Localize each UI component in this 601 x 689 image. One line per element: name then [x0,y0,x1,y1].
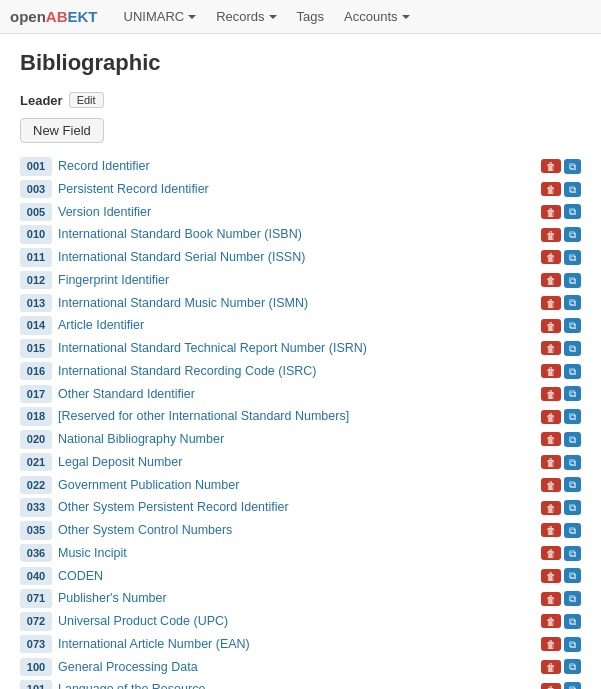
delete-field-button[interactable] [541,205,561,219]
delete-field-button[interactable] [541,683,561,689]
copy-field-button[interactable] [564,295,581,310]
delete-field-button[interactable] [541,592,561,606]
copy-field-button[interactable] [564,568,581,583]
field-name[interactable]: Language of the Resource [58,680,537,689]
copy-field-button[interactable] [564,614,581,629]
delete-field-button[interactable] [541,341,561,355]
copy-icon [569,524,576,536]
nav-records[interactable]: Records [206,0,286,34]
copy-field-button[interactable] [564,409,581,424]
delete-field-button[interactable] [541,478,561,492]
delete-field-button[interactable] [541,364,561,378]
field-name[interactable]: Universal Product Code (UPC) [58,612,537,631]
field-name[interactable]: Other System Persistent Record Identifie… [58,498,537,517]
delete-field-button[interactable] [541,182,561,196]
delete-field-button[interactable] [541,387,561,401]
copy-field-button[interactable] [564,455,581,470]
copy-field-button[interactable] [564,386,581,401]
delete-field-button[interactable] [541,410,561,424]
delete-field-button[interactable] [541,273,561,287]
copy-field-button[interactable] [564,364,581,379]
copy-field-button[interactable] [564,500,581,515]
copy-icon [569,410,576,422]
field-list: 001Record Identifier003Persistent Record… [20,155,581,689]
field-name[interactable]: International Standard Technical Report … [58,339,537,358]
delete-field-button[interactable] [541,228,561,242]
copy-icon [569,342,576,354]
delete-field-button[interactable] [541,159,561,173]
delete-field-button[interactable] [541,614,561,628]
field-name[interactable]: Government Publication Number [58,476,537,495]
delete-field-button[interactable] [541,455,561,469]
copy-field-button[interactable] [564,204,581,219]
field-name[interactable]: General Processing Data [58,658,537,677]
chevron-down-icon [188,15,196,19]
delete-field-button[interactable] [541,569,561,583]
nav-accounts[interactable]: Accounts [334,0,419,34]
field-name[interactable]: Version Identifier [58,203,537,222]
delete-field-button[interactable] [541,660,561,674]
copy-field-button[interactable] [564,250,581,265]
copy-field-button[interactable] [564,182,581,197]
new-field-button[interactable]: New Field [20,118,104,143]
delete-field-button[interactable] [541,296,561,310]
field-item: 017Other Standard Identifier [20,383,581,406]
copy-field-button[interactable] [564,637,581,652]
copy-field-button[interactable] [564,227,581,242]
field-name[interactable]: Music Incipit [58,544,537,563]
field-name[interactable]: Article Identifier [58,316,537,335]
field-name[interactable]: Persistent Record Identifier [58,180,537,199]
copy-field-button[interactable] [564,273,581,288]
field-name[interactable]: [Reserved for other International Standa… [58,407,537,426]
field-name[interactable]: Other Standard Identifier [58,385,537,404]
field-name[interactable]: International Article Number (EAN) [58,635,537,654]
field-item: 010International Standard Book Number (I… [20,223,581,246]
copy-field-button[interactable] [564,591,581,606]
navbar: openABEKT UNIMARC Records Tags Accounts [0,0,601,34]
field-name[interactable]: International Standard Recording Code (I… [58,362,537,381]
copy-icon [569,433,576,445]
field-tag: 010 [20,225,52,244]
field-name[interactable]: Publisher's Number [58,589,537,608]
delete-field-button[interactable] [541,523,561,537]
copy-field-button[interactable] [564,159,581,174]
field-item: 001Record Identifier [20,155,581,178]
field-name[interactable]: International Standard Serial Number (IS… [58,248,537,267]
field-name[interactable]: International Standard Music Number (ISM… [58,294,537,313]
field-tag: 072 [20,612,52,631]
copy-icon [569,478,576,490]
field-name[interactable]: Fingerprint Identifier [58,271,537,290]
copy-field-button[interactable] [564,682,581,689]
trash-icon [546,297,556,309]
delete-field-button[interactable] [541,319,561,333]
copy-field-button[interactable] [564,546,581,561]
field-name[interactable]: Record Identifier [58,157,537,176]
field-name[interactable]: Legal Deposit Number [58,453,537,472]
field-tag: 020 [20,430,52,449]
trash-icon [546,638,556,650]
delete-field-button[interactable] [541,546,561,560]
nav-unimarc[interactable]: UNIMARC [114,0,207,34]
edit-leader-button[interactable]: Edit [69,92,104,108]
field-name[interactable]: International Standard Book Number (ISBN… [58,225,537,244]
copy-field-button[interactable] [564,341,581,356]
copy-field-button[interactable] [564,318,581,333]
copy-field-button[interactable] [564,523,581,538]
delete-field-button[interactable] [541,432,561,446]
trash-icon [546,479,556,491]
delete-field-button[interactable] [541,250,561,264]
delete-field-button[interactable] [541,501,561,515]
main-content: Bibliographic Leader Edit New Field 001R… [0,34,601,689]
field-name[interactable]: National Bibliography Number [58,430,537,449]
copy-field-button[interactable] [564,659,581,674]
leader-label: Leader [20,93,63,108]
nav-tags[interactable]: Tags [287,0,334,34]
copy-field-button[interactable] [564,477,581,492]
field-tag: 014 [20,316,52,335]
field-name[interactable]: CODEN [58,567,537,586]
field-name[interactable]: Other System Control Numbers [58,521,537,540]
copy-field-button[interactable] [564,432,581,447]
chevron-down-icon [402,15,410,19]
delete-field-button[interactable] [541,637,561,651]
trash-icon [546,342,556,354]
